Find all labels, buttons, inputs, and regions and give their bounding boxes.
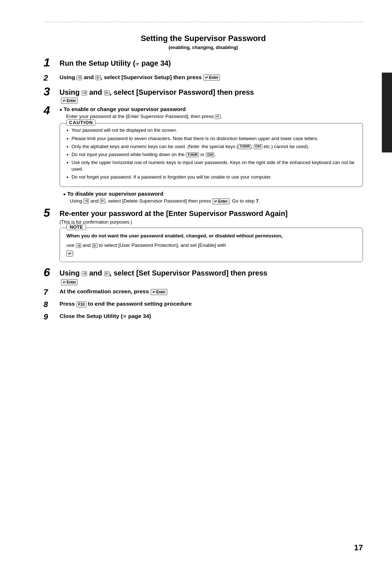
step-ref-7: 7 [256,198,259,204]
kbd-enter-3: ↵ Enter [61,98,78,104]
caution-item-1: Your password will not be displayed on t… [66,127,356,134]
kbd-shift-c: ⇧Shift [238,144,251,149]
note-box: NOTE When you do not want the user passw… [60,228,363,262]
step-num-4: 4 [44,105,60,116]
caution-label: CAUTION [66,119,95,126]
kbd-right-3b: ▷ [104,90,110,95]
kbd-right-n: ▷ [92,243,98,248]
step-2-content: Using ◁ and ▷, select [Supervisor Setup]… [60,73,363,81]
step-9-content: Close the Setup Utility (☞ page 34) [60,312,363,320]
step-3: 3 Using ◁ and ▷, select [Supervisor Pass… [44,87,363,104]
step-1-content: Run the Setup Utility (☞ page 34) [60,58,363,68]
step-6: 6 Using ◁ and ▷, select [Set Supervisor … [44,268,363,285]
page-number: 17 [354,543,363,552]
kbd-left-n: ◁ [76,243,81,248]
kbd-enter-d: ↵ Enter [212,198,229,204]
caution-item-4: Do not input your password while holding… [66,151,356,158]
caution-item-2: Please limit your password to seven char… [66,135,356,142]
step-6-text: Using ◁ and ▷, select [Set Supervisor Pa… [60,269,267,277]
step-9: 9 Close the Setup Utility (☞ page 34) [44,312,363,321]
step-5-text: Re-enter your password at the [Enter Sup… [60,209,287,217]
step-num-2: 2 [44,74,60,82]
step-2: 2 Using ◁ and ▷, select [Supervisor Setu… [44,73,363,82]
kbd-right-2b: ▷ [95,75,101,80]
step-num-5: 5 [44,207,60,219]
step-3-content: Using ◁ and ▷, select [Supervisor Passwo… [60,87,363,104]
caution-list: Your password will not be displayed on t… [66,127,356,180]
step-1: 1 Run the Setup Utility (☞ page 34) [44,58,363,68]
step-4-bullet-title: To enable or change your supervisor pass… [60,106,363,112]
kbd-ctrl-c: Ctrl [254,144,262,149]
note-bold-text: When you do not want the user password e… [66,232,356,240]
step-1-text: Run the Setup Utility (☞ page 34) [60,59,171,67]
step-num-3: 3 [44,86,60,97]
disable-bullet-title: To disable your supervisor password [63,191,363,197]
kbd-f10-8: F10 [77,301,86,307]
top-rule [44,22,363,22]
step-4-content: To enable or change your supervisor pass… [60,106,363,207]
step-num-1: 1 [44,57,60,68]
step-5-content: Re-enter your password at the [Enter Sup… [60,208,363,266]
step-7: 7 At the confirmation screen, press ↵ En… [44,287,363,296]
disable-section: To disable your supervisor password Usin… [63,191,363,205]
page: Setting the Supervisor Password (enablin… [0,0,392,567]
kbd-enter-2: ↵ Enter [203,74,220,81]
step-5-sub: (This is for confirmation purposes.) [60,219,363,225]
step-4-bullet-body: Enter your password at the [Enter Superv… [66,113,363,120]
section-subtitle: (enabling, changing, disabling) [44,45,363,50]
right-bar-decoration [382,73,392,152]
step-num-6: 6 [44,266,60,278]
kbd-ctrl-c2: Ctrl [206,152,215,158]
disable-bullet-body: Using ◁ and ▷, select [Delete Supervisor… [70,197,363,205]
step-8-content: Press F10 to end the password setting pr… [60,300,363,308]
section-title: Setting the Supervisor Password [44,34,363,43]
caution-box: CAUTION Your password will not be displa… [60,123,363,187]
step-7-content: At the confirmation screen, press ↵ Ente… [60,287,363,295]
caution-item-3: Only the alphabet keys and numeric keys … [66,143,356,150]
caution-item-5: Use only the upper horizontal row of num… [66,159,356,172]
caution-item-6: Do not forget your password. If a passwo… [66,174,356,180]
step-num-7: 7 [44,288,60,296]
arrow-ref-9: ☞ [123,314,127,319]
arrow-ref-1: ☞ [135,62,139,67]
step-8: 8 Press F10 to end the password setting … [44,300,363,309]
kbd-shift-c2: ⇧Shift [186,152,199,158]
step-8-text: Press F10 to end the password setting pr… [60,301,192,307]
kbd-enter-7: ↵ Enter [151,289,167,295]
note-label: NOTE [66,224,86,230]
kbd-left-3a: ◁ [82,90,87,95]
step-4: 4 To enable or change your supervisor pa… [44,106,363,207]
step-7-text: At the confirmation screen, press ↵ Ente… [60,288,167,294]
step-9-text: Close the Setup Utility (☞ page 34) [60,313,151,319]
kbd-enter-4: ↵ [215,114,221,119]
step-num-8: 8 [44,301,60,309]
step-num-9: 9 [44,313,60,321]
kbd-left-d: ◁ [83,199,89,204]
kbd-right-d: ▷ [100,199,105,204]
step-6-content: Using ◁ and ▷, select [Set Supervisor Pa… [60,268,363,285]
note-body: use ◁ and ▷ to select [User Password Pro… [66,242,356,257]
step-3-text: Using ◁ and ▷, select [Supervisor Passwo… [60,88,254,96]
step-2-text: Using ◁ and ▷, select [Supervisor Setup]… [60,74,220,80]
step-5: 5 Re-enter your password at the [Enter S… [44,208,363,266]
kbd-left-2a: ◁ [77,75,82,80]
kbd-enter-6: ↵ Enter [61,279,78,285]
kbd-left-6: ◁ [82,271,87,276]
kbd-right-6: ▷ [104,271,110,276]
kbd-enter-n: ↵ [66,250,73,257]
